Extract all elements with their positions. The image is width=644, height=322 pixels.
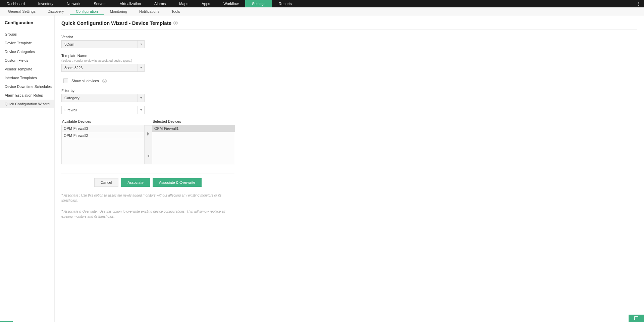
note-associate-overwrite-text: Associate & Overwrite : Use this option … xyxy=(61,210,225,218)
template-select-value: 3com 3226 xyxy=(64,66,83,70)
available-devices-list[interactable]: OPM-Firewall3 OPM-Firewall2 xyxy=(61,125,145,164)
topnav-item-servers[interactable]: Servers xyxy=(87,0,113,7)
list-item[interactable]: OPM-Firewall1 xyxy=(152,125,235,132)
list-item[interactable]: OPM-Firewall3 xyxy=(62,125,144,132)
chevron-down-icon xyxy=(138,41,144,48)
button-row: Cancel Associate Associate & Overwrite xyxy=(61,178,234,187)
arrow-left-icon xyxy=(147,154,149,158)
top-nav: Dashboard Inventory Network Servers Virt… xyxy=(0,0,644,7)
chevron-down-icon xyxy=(138,106,144,114)
filter-value-select[interactable]: Firewall xyxy=(61,106,145,114)
sidebar-item-quick-config-wizard[interactable]: Quick Configuration Wizard xyxy=(0,100,55,108)
subnav-item-tools[interactable]: Tools xyxy=(165,7,186,15)
associate-button[interactable]: Associate xyxy=(121,178,150,187)
page-title: Quick Configuration Wizard - Device Temp… xyxy=(61,20,637,30)
topnav-item-settings[interactable]: Settings xyxy=(245,0,272,7)
associate-overwrite-button[interactable]: Associate & Overwrite xyxy=(153,178,202,187)
topnav-item-dashboard[interactable]: Dashboard xyxy=(0,0,32,7)
sidebar-item-groups[interactable]: Groups xyxy=(4,30,54,39)
page-title-text: Quick Configuration Wizard - Device Temp… xyxy=(61,20,171,26)
selected-devices-label: Selected Devices xyxy=(152,117,235,125)
template-sublabel: (Select a vendor to view its associated … xyxy=(61,59,249,62)
note-associate-text: Associate : Use this option to associate… xyxy=(61,194,221,202)
sub-nav: General Settings Discovery Configuration… xyxy=(0,7,644,15)
available-devices-label: Available Devices xyxy=(61,117,145,125)
subnav-item-general[interactable]: General Settings xyxy=(2,7,42,15)
note-associate-overwrite: *Associate & Overwrite : Use this option… xyxy=(61,209,229,219)
arrow-right-icon xyxy=(147,132,149,136)
subnav-item-notifications[interactable]: Notifications xyxy=(133,7,165,15)
chevron-down-icon xyxy=(138,94,144,102)
list-item[interactable]: OPM-Firewall2 xyxy=(62,132,144,139)
vendor-label: Vendor xyxy=(61,35,249,39)
sidebar-item-device-template[interactable]: Device Template xyxy=(4,39,54,47)
sidebar-item-vendor-template[interactable]: Vendor Template xyxy=(4,65,54,73)
subnav-item-monitoring[interactable]: Monitoring xyxy=(104,7,133,15)
move-left-button[interactable] xyxy=(145,149,152,163)
selected-devices-list[interactable]: OPM-Firewall1 xyxy=(152,125,235,164)
sidebar-item-custom-fields[interactable]: Custom Fields xyxy=(4,56,54,65)
template-label: Template Name xyxy=(61,54,249,58)
sidebar-title: Configuration xyxy=(5,20,54,25)
topnav-more-icon[interactable] xyxy=(635,0,642,7)
topnav-item-workflow[interactable]: Workflow xyxy=(217,0,245,7)
chat-icon xyxy=(634,316,639,321)
help-icon[interactable]: ? xyxy=(173,21,178,25)
device-dual-list: Available Devices OPM-Firewall3 OPM-Fire… xyxy=(61,117,637,164)
topnav-item-maps[interactable]: Maps xyxy=(172,0,195,7)
sidebar-item-device-downtime[interactable]: Device Downtime Schedules xyxy=(4,82,54,91)
topnav-item-alarms[interactable]: Alarms xyxy=(148,0,172,7)
chevron-down-icon xyxy=(138,64,144,71)
topnav-item-apps[interactable]: Apps xyxy=(195,0,217,7)
cancel-button[interactable]: Cancel xyxy=(94,178,118,187)
note-associate: *Associate : Use this option to associat… xyxy=(61,193,229,203)
subnav-item-configuration[interactable]: Configuration xyxy=(70,7,104,15)
show-all-label: Show all devices xyxy=(71,79,99,83)
vendor-select-value: 3Com xyxy=(64,42,74,46)
sidebar-item-interface-templates[interactable]: Interface Templates xyxy=(4,73,54,82)
topnav-item-virtualization[interactable]: Virtualization xyxy=(113,0,148,7)
main-content: Quick Configuration Wizard - Device Temp… xyxy=(54,15,644,322)
help-icon[interactable]: ? xyxy=(102,79,107,83)
topnav-item-inventory[interactable]: Inventory xyxy=(32,0,60,7)
template-select[interactable]: 3com 3226 xyxy=(61,64,145,72)
filterby-select-value: Category xyxy=(64,96,79,100)
vendor-select[interactable]: 3Com xyxy=(61,40,145,48)
filterby-label: Filter by xyxy=(61,89,249,93)
sidebar: Configuration Groups Device Template Dev… xyxy=(0,15,54,322)
topnav-item-reports[interactable]: Reports xyxy=(272,0,299,7)
filterby-select[interactable]: Category xyxy=(61,94,145,102)
show-all-checkbox[interactable] xyxy=(63,78,68,83)
sidebar-item-alarm-escalation[interactable]: Alarm Escalation Rules xyxy=(4,91,54,100)
topnav-item-network[interactable]: Network xyxy=(60,0,87,7)
filter-value-select-value: Firewall xyxy=(64,108,77,112)
divider xyxy=(61,173,234,173)
sidebar-item-device-categories[interactable]: Device Categories xyxy=(4,47,54,56)
move-right-button[interactable] xyxy=(145,127,152,141)
chat-fab[interactable] xyxy=(629,315,644,322)
subnav-item-discovery[interactable]: Discovery xyxy=(42,7,70,15)
